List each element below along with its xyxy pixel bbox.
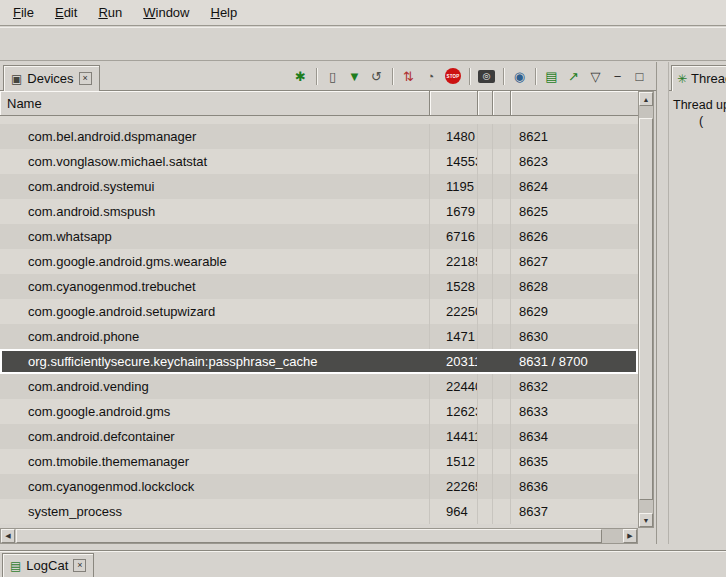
process-pid: 1679: [430, 199, 478, 224]
process-pid: 1471: [430, 324, 478, 349]
cell-empty-2: [493, 499, 511, 524]
process-pid: 20311: [430, 349, 478, 374]
process-pid: 22185: [430, 249, 478, 274]
process-name: com.google.android.gms.wearable: [0, 249, 430, 274]
cell-empty-1: [478, 199, 493, 224]
process-port: 8631 / 8700: [511, 349, 638, 374]
menu-file[interactable]: File: [4, 2, 43, 23]
process-port: 8637: [511, 499, 638, 524]
table-row[interactable]: com.cyanogenmod.lockclock 22265 8636: [0, 474, 638, 499]
table-row[interactable]: com.tmobile.thememanager 1512 8635: [0, 449, 638, 474]
toolbar-separator: [392, 68, 393, 85]
scroll-up-button[interactable]: ▲: [639, 92, 653, 106]
process-name: com.cyanogenmod.lockclock: [0, 474, 430, 499]
process-pid: 14411: [430, 424, 478, 449]
table-row[interactable]: com.google.android.gms 12623 8633: [0, 399, 638, 424]
stop-process-icon[interactable]: STOP: [445, 68, 461, 84]
process-name: com.google.android.gms: [0, 399, 430, 424]
main-toolbar: [0, 27, 726, 61]
menu-window[interactable]: Window: [134, 2, 198, 23]
table-row[interactable]: com.whatsapp 6716 8626: [0, 224, 638, 249]
cell-empty-2: [493, 124, 511, 149]
cell-empty-1: [478, 124, 493, 149]
toolbar-separator: [503, 68, 504, 85]
tracing-icon[interactable]: ▤: [541, 67, 562, 85]
screen-capture-icon[interactable]: ◎: [478, 70, 495, 83]
debug-process-icon[interactable]: ✱: [290, 67, 311, 85]
process-name: system_process: [0, 499, 430, 524]
process-name: com.vonglasow.michael.satstat: [0, 149, 430, 174]
table-row[interactable]: com.bel.android.dspmanager 1480 8621: [0, 124, 638, 149]
table-row[interactable]: system_process 964 8637: [0, 499, 638, 524]
table-row[interactable]: com.android.defcontainer 14411 8634: [0, 424, 638, 449]
process-port: 8624: [511, 174, 638, 199]
tab-threads[interactable]: ✳ Threads: [671, 65, 726, 91]
table-row[interactable]: com.android.vending 22440 8632: [0, 374, 638, 399]
table-row[interactable]: com.android.systemui 1195 8624: [0, 174, 638, 199]
tab-devices-label: Devices: [27, 71, 73, 86]
cell-empty-2: [493, 349, 511, 374]
vertical-scrollbar[interactable]: ▲ ▼: [638, 91, 654, 528]
column-header-port[interactable]: [511, 91, 638, 116]
table-row[interactable]: com.cyanogenmod.trebuchet 1528 8628: [0, 274, 638, 299]
cell-empty-2: [493, 424, 511, 449]
tab-devices[interactable]: ▣ Devices ×: [3, 65, 100, 91]
process-pid: 14553: [430, 149, 478, 174]
toolbar-separator: [535, 68, 536, 85]
menu-edit[interactable]: Edit: [46, 2, 86, 23]
process-pid: 1528: [430, 274, 478, 299]
threads-message-line2: (: [669, 112, 726, 128]
cause-gc-icon[interactable]: ↺: [366, 67, 387, 85]
table-row[interactable]: com.android.phone 1471 8630: [0, 324, 638, 349]
cell-empty-2: [493, 474, 511, 499]
update-heap-icon[interactable]: ▯: [322, 67, 343, 85]
tab-devices-close-icon[interactable]: ×: [79, 72, 92, 85]
update-threads-icon[interactable]: ⇅: [398, 67, 419, 85]
tab-logcat[interactable]: ▤ LogCat ×: [2, 553, 94, 577]
scroll-left-button[interactable]: ◀: [1, 529, 15, 543]
menu-bar: FileEditRunWindowHelp: [0, 0, 726, 26]
process-name: org.sufficientlysecure.keychain:passphra…: [0, 349, 430, 374]
process-name: com.android.phone: [0, 324, 430, 349]
table-row[interactable]: com.android.smspush 1679 8625: [0, 199, 638, 224]
method-profiling-icon[interactable]: ◔: [420, 67, 441, 85]
capture-video-icon[interactable]: ◉: [509, 67, 530, 85]
cell-empty-1: [478, 349, 493, 374]
table-row[interactable]: com.google.android.gms.wearable 22185 86…: [0, 249, 638, 274]
table-row[interactable]: com.google.android.setupwizard 22250 862…: [0, 299, 638, 324]
horizontal-scroll-thumb[interactable]: [16, 529, 602, 543]
dump-hprof-icon[interactable]: ▼: [344, 67, 365, 85]
process-name: com.cyanogenmod.trebuchet: [0, 274, 430, 299]
cell-empty-2: [493, 299, 511, 324]
process-port: 8629: [511, 299, 638, 324]
menu-help[interactable]: Help: [201, 2, 246, 23]
threads-panel: ✳ Threads Thread up (: [668, 62, 726, 544]
vertical-scroll-thumb[interactable]: [639, 118, 653, 500]
horizontal-scrollbar[interactable]: ◀ ▶: [0, 528, 638, 544]
process-pid: 22440: [430, 374, 478, 399]
process-pid: 12623: [430, 399, 478, 424]
minimize-icon[interactable]: −: [607, 67, 628, 85]
column-header-pid[interactable]: [430, 91, 478, 116]
cell-empty-1: [478, 474, 493, 499]
process-port: 8626: [511, 224, 638, 249]
device-icon: ▣: [11, 72, 22, 86]
scroll-right-button[interactable]: ▶: [623, 529, 637, 543]
maximize-icon[interactable]: □: [629, 67, 650, 85]
column-header-4[interactable]: [493, 91, 511, 116]
column-header-name[interactable]: Name: [0, 91, 430, 116]
process-port: 8634: [511, 424, 638, 449]
process-name: com.google.android.setupwizard: [0, 299, 430, 324]
process-port: 8630: [511, 324, 638, 349]
table-row[interactable]: com.vonglasow.michael.satstat 14553 8623: [0, 149, 638, 174]
cell-empty-1: [478, 399, 493, 424]
cell-empty-2: [493, 274, 511, 299]
systrace-icon[interactable]: ↗: [563, 67, 584, 85]
column-header-3[interactable]: [478, 91, 493, 116]
table-row[interactable]: org.sufficientlysecure.keychain:passphra…: [0, 349, 638, 374]
tab-threads-label: Threads: [691, 71, 726, 86]
scroll-down-button[interactable]: ▼: [639, 513, 653, 527]
menu-run[interactable]: Run: [89, 2, 131, 23]
tab-logcat-close-icon[interactable]: ×: [73, 559, 86, 572]
view-menu-icon[interactable]: ▽: [585, 67, 606, 85]
